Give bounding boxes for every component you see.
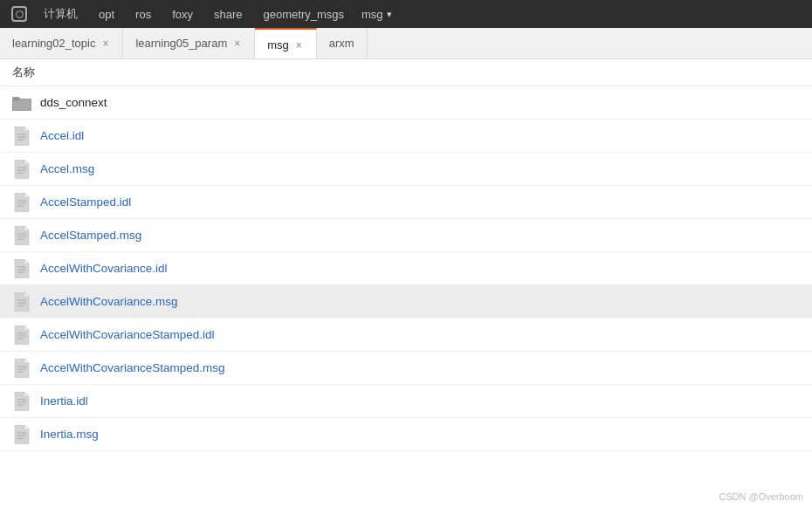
tab-msg-close[interactable]: × [294,40,304,51]
toolbar-dropdown-arrow: ▾ [387,9,392,20]
tab-msg[interactable]: msg× [255,28,317,58]
file-row-9[interactable]: Inertia.idl [0,385,812,418]
file-name-8: AccelWithCovarianceStamped.msg [40,361,225,374]
toolbar-item-share[interactable]: share [203,4,253,24]
tab-msg-label: msg [267,38,289,51]
file-name-2: Accel.msg [40,162,94,175]
file-icon-3 [12,193,31,212]
file-name-5: AccelWithCovariance.idl [40,262,168,275]
file-icon-1 [12,127,31,146]
toolbar-item-foxy[interactable]: foxy [162,4,203,24]
file-icon-9 [12,392,31,411]
file-name-6: AccelWithCovariance.msg [40,295,178,308]
file-row-7[interactable]: AccelWithCovarianceStamped.idl [0,319,812,352]
file-list-header: 名称 [0,59,812,86]
tab-learning02-close[interactable]: × [100,38,110,49]
file-icon-5 [12,259,31,278]
file-icon-2 [12,160,31,179]
file-icon-10 [12,425,31,444]
toolbar-item-ros[interactable]: ros [125,4,162,24]
file-list: 名称 dds_connext Accel.idl Accel.msg Accel… [0,59,812,507]
file-row-3[interactable]: AccelStamped.idl [0,186,812,219]
file-row-10[interactable]: Inertia.msg [0,418,812,451]
file-row-4[interactable]: AccelStamped.msg [0,219,812,252]
instagram-icon[interactable] [5,0,33,28]
file-name-1: Accel.idl [40,129,84,142]
tab-arxm-label: arxm [329,37,354,50]
file-name-0: dds_connext [40,96,107,109]
toolbar-item-jisuanji[interactable]: 计算机 [33,3,88,25]
file-name-3: AccelStamped.idl [40,195,131,209]
file-name-4: AccelStamped.msg [40,229,141,242]
file-row-6[interactable]: AccelWithCovariance.msg [0,285,812,319]
file-icon-7 [12,325,31,345]
tab-arxm[interactable]: arxm [317,28,368,58]
tab-learning05-close[interactable]: × [232,38,242,49]
tab-learning05[interactable]: learning05_param× [123,28,255,58]
file-icon-8 [12,359,31,378]
file-row-5[interactable]: AccelWithCovariance.idl [0,252,812,285]
file-row-0[interactable]: dds_connext [0,86,812,120]
toolbar-dropdown-label: msg [361,8,383,21]
toolbar-item-geometry_msgs[interactable]: geometry_msgs [253,4,354,24]
folder-icon-0 [12,93,31,113]
tab-learning02-label: learning02_topic [12,37,95,50]
file-icon-4 [12,226,31,245]
tabs-bar: learning02_topic×learning05_param×msg×ar… [0,28,812,59]
tab-learning05-label: learning05_param [135,37,227,50]
watermark: CSDN @Overboom [719,491,803,502]
file-icon-6 [12,292,31,312]
file-name-10: Inertia.msg [40,428,99,441]
file-name-9: Inertia.idl [40,394,88,408]
toolbar-item-opt[interactable]: opt [88,4,125,24]
file-row-1[interactable]: Accel.idl [0,120,812,153]
toolbar-dropdown-msg[interactable]: msg ▾ [354,4,399,24]
svg-rect-3 [12,97,20,101]
file-name-7: AccelWithCovarianceStamped.idl [40,328,215,341]
tab-learning02[interactable]: learning02_topic× [0,28,123,58]
file-row-8[interactable]: AccelWithCovarianceStamped.msg [0,352,812,385]
toolbar: 计算机optrosfoxysharegeometry_msgs msg ▾ [0,0,812,28]
file-row-2[interactable]: Accel.msg [0,153,812,186]
